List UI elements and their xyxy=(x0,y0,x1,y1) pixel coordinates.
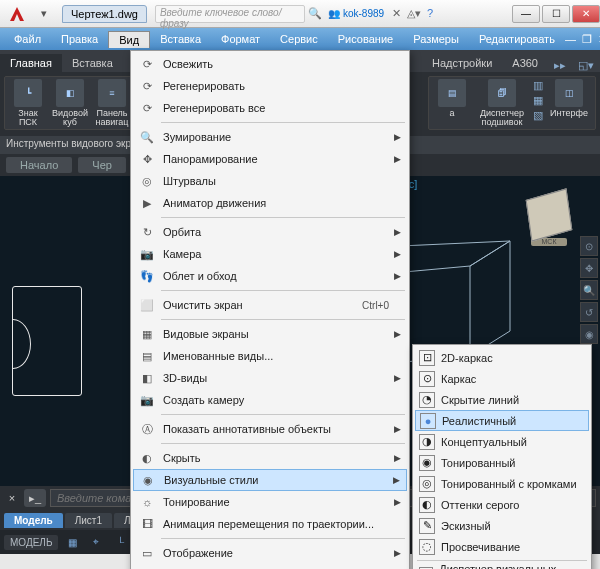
menu-item-regen[interactable]: ⟳Регенерировать xyxy=(133,75,407,97)
menu-item-motion[interactable]: ▶Аниматор движения xyxy=(133,192,407,214)
menu-item-panels[interactable]: ☰Панели... xyxy=(133,564,407,569)
menu-item-named[interactable]: ▤Именованные виды... xyxy=(133,345,407,367)
submenu-item[interactable]: ⊡2D-каркас xyxy=(415,347,589,368)
submenu-item[interactable]: ⊙Каркас xyxy=(415,368,589,389)
menu-item-label: Создать камеру xyxy=(163,394,244,406)
exchange-icon[interactable]: ✕ xyxy=(392,7,401,20)
search-input[interactable]: Введите ключевое слово/фразу xyxy=(155,5,305,23)
menu-item-wheel[interactable]: ◎Штурвалы xyxy=(133,170,407,192)
navbar-orbit-icon[interactable]: ↺ xyxy=(580,302,598,322)
menu-item-pan[interactable]: ✥Панорамирование▶ xyxy=(133,148,407,170)
ribbon-collapse-icon[interactable]: ◱▾ xyxy=(572,59,600,72)
layout-tab-1[interactable]: Лист1 xyxy=(65,513,112,528)
palette-button[interactable]: ▤а xyxy=(433,79,471,118)
menu-insert[interactable]: Вставка xyxy=(150,31,211,47)
navbar-pan-icon[interactable]: ✥ xyxy=(580,258,598,278)
menu-item-3dview[interactable]: ◧3D-виды▶ xyxy=(133,367,407,389)
navbar-wheel-icon[interactable]: ◉ xyxy=(580,324,598,344)
document-tab[interactable]: Чертеж1.dwg xyxy=(62,5,147,23)
submenu-item[interactable]: ●Реалистичный xyxy=(415,410,589,431)
ribbon-tab-addins[interactable]: Надстройки xyxy=(422,54,502,72)
cmd-history-icon[interactable]: ▸_ xyxy=(24,489,46,507)
named-icon: ▤ xyxy=(137,347,157,365)
cmd-close-icon[interactable]: × xyxy=(4,492,20,504)
style-shadedE-icon: ◎ xyxy=(419,476,435,492)
navbar-button[interactable]: ≡Панель навигац xyxy=(93,79,131,127)
sheetset-button[interactable]: 🗐Диспетчер подшивок xyxy=(475,79,529,127)
menu-item-viewports[interactable]: ▦Видовые экраны▶ xyxy=(133,323,407,345)
menu-view[interactable]: Вид xyxy=(108,31,150,48)
status-grid-icon[interactable]: ▦ xyxy=(62,533,82,551)
help-icon[interactable]: ? xyxy=(427,7,433,20)
menu-item-refresh[interactable]: ⟳Освежить xyxy=(133,53,407,75)
status-snap-icon[interactable]: ⌖ xyxy=(86,533,106,551)
menu-item-display[interactable]: ▭Отображение▶ xyxy=(133,542,407,564)
help-dropdown-icon[interactable]: ◬▾ xyxy=(407,7,421,20)
maximize-button[interactable]: ☐ xyxy=(542,5,570,23)
menu-item-anno[interactable]: ⒶПоказать аннотативные объекты▶ xyxy=(133,418,407,440)
shade-icon: ☼ xyxy=(137,493,157,511)
ribbon-tab-a360[interactable]: A360 xyxy=(502,54,548,72)
user-chip[interactable]: 👥 kok-8989 xyxy=(328,8,384,19)
menu-service[interactable]: Сервис xyxy=(270,31,328,47)
interface-button[interactable]: ◫Интерфе xyxy=(547,79,591,118)
navbar-zoom-icon[interactable]: 🔍 xyxy=(580,280,598,300)
submenu-item[interactable]: ✎Эскизный xyxy=(415,515,589,536)
qat-dropdown-icon[interactable]: ▾ xyxy=(34,4,54,24)
menu-item-camera[interactable]: 📷Камера▶ xyxy=(133,243,407,265)
mini-icon[interactable]: ▦ xyxy=(533,94,543,107)
layout-tab-model[interactable]: Модель xyxy=(4,513,63,528)
submenu-item[interactable]: ◌Просвечивание xyxy=(415,536,589,557)
menu-item-visual[interactable]: ◉Визуальные стили▶ xyxy=(133,469,407,491)
menu-item-hide[interactable]: ◐Скрыть▶ xyxy=(133,447,407,469)
search-icon[interactable]: 🔍 xyxy=(308,7,322,20)
menu-dim[interactable]: Размеры xyxy=(403,31,469,47)
ribbon-tab-insert[interactable]: Вставка xyxy=(62,54,123,72)
file-tab-drawing[interactable]: Чер xyxy=(78,157,126,173)
hide-icon: ◐ xyxy=(137,449,157,467)
menu-draw[interactable]: Рисование xyxy=(328,31,403,47)
submenu-item[interactable]: ◐Оттенки серого xyxy=(415,494,589,515)
ucs-icon-button[interactable]: ┗Знак ПСК xyxy=(9,79,47,127)
menu-item-shade[interactable]: ☼Тонирование▶ xyxy=(133,491,407,513)
menu-item-label: Камера xyxy=(163,248,201,260)
ribbon-tab-home[interactable]: Главная xyxy=(0,54,62,72)
mini-icon[interactable]: ▥ xyxy=(533,79,543,92)
close-button[interactable]: ✕ xyxy=(572,5,600,23)
menu-format[interactable]: Формат xyxy=(211,31,270,47)
status-model[interactable]: МОДЕЛЬ xyxy=(4,535,58,550)
menu-item-label: Панорамирование xyxy=(163,153,258,165)
menu-item-orbit[interactable]: ↻Орбита▶ xyxy=(133,221,407,243)
submenu-item[interactable]: ◔Скрытие линий xyxy=(415,389,589,410)
menu-item-label: Именованные виды... xyxy=(163,350,273,362)
menu-item-regen-all[interactable]: ⟳Регенерировать все xyxy=(133,97,407,119)
wheel-icon: ◎ xyxy=(137,172,157,190)
doc-restore-icon[interactable]: ❐ xyxy=(582,33,592,46)
doc-minimize-icon[interactable]: — xyxy=(565,33,576,46)
menu-item-label: Анимация перемещения по траектории... xyxy=(163,518,374,530)
menu-item-clean[interactable]: ⬜Очистить экранCtrl+0 xyxy=(133,294,407,316)
submenu-item[interactable]: ◉Тонированный xyxy=(415,452,589,473)
submenu-item[interactable]: ◎Тонированный с кромками xyxy=(415,473,589,494)
menu-item-walk[interactable]: 👣Облет и обход▶ xyxy=(133,265,407,287)
minimize-button[interactable]: — xyxy=(512,5,540,23)
menu-bar: Файл Правка Вид Вставка Формат Сервис Ри… xyxy=(0,28,600,50)
view-cube[interactable]: МСК xyxy=(528,194,570,246)
menu-item-zoom[interactable]: 🔍Зумирование▶ xyxy=(133,126,407,148)
submenu-item[interactable]: ▤Диспетчер визуальных стилей... xyxy=(415,564,589,569)
app-logo-icon[interactable] xyxy=(4,1,30,27)
ribbon-extra-icon[interactable]: ▸▸ xyxy=(548,59,572,72)
submenu-item[interactable]: ◑Концептуальный xyxy=(415,431,589,452)
menu-edit[interactable]: Правка xyxy=(51,31,108,47)
viewcube-button[interactable]: ◧Видовой куб xyxy=(51,79,89,127)
navbar-full-icon[interactable]: ⊙ xyxy=(580,236,598,256)
menu-item-cam-create[interactable]: 📷Создать камеру xyxy=(133,389,407,411)
mini-icon[interactable]: ▧ xyxy=(533,109,543,122)
menu-item-label: Орбита xyxy=(163,226,201,238)
status-ortho-icon[interactable]: └ xyxy=(110,533,130,551)
menu-item-anim[interactable]: 🎞Анимация перемещения по траектории... xyxy=(133,513,407,535)
menu-file[interactable]: Файл xyxy=(4,31,51,47)
file-tab-start[interactable]: Начало xyxy=(6,157,72,173)
menu-modify[interactable]: Редактировать xyxy=(469,31,565,47)
chevron-right-icon: ▶ xyxy=(394,154,401,164)
